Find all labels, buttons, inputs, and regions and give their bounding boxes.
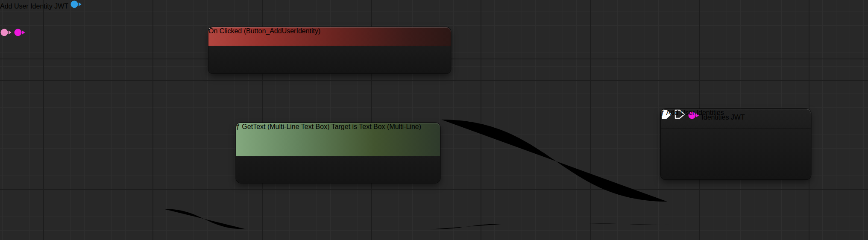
variable-get-label: Add User Identity JWT <box>0 3 68 10</box>
object-wire-variable-to-target <box>163 209 246 229</box>
node-variable-get-add-user-identity-jwt[interactable]: Add User Identity JWT <box>0 0 144 28</box>
exec-wire-onclicked-to-adduseridentities <box>441 120 667 202</box>
node-add-user-identities-header[interactable]: ƒ Add User Identities <box>661 109 811 129</box>
node-gettext-title: GetText (Multi-Line Text Box) <box>242 123 329 130</box>
variable-output-pin[interactable] <box>70 0 82 9</box>
text-wire-returnvalue-to-conversion <box>429 224 507 229</box>
node-on-clicked[interactable]: On Clicked (Button_AddUserIdentity) <box>208 27 451 73</box>
node-gettext[interactable]: ƒ GetText (Multi-Line Text Box) Target i… <box>236 123 440 183</box>
string-wire-conversion-to-identitiesjwt <box>589 223 670 225</box>
node-gettext-header[interactable]: ƒ GetText (Multi-Line Text Box) Target i… <box>236 123 440 156</box>
node-add-user-identities-title: Add User Identities <box>666 109 724 116</box>
function-f-icon: ƒ <box>661 109 665 116</box>
node-add-user-identities[interactable]: ƒ Add User Identities Identities JWT <box>661 109 811 179</box>
conversion-output-pin[interactable] <box>14 28 26 37</box>
conversion-input-pin[interactable] <box>0 28 12 37</box>
blueprint-graph-canvas[interactable]: On Clicked (Button_AddUserIdentity) Add … <box>0 0 868 240</box>
function-f-icon: ƒ <box>236 123 240 130</box>
node-on-clicked-title: On Clicked (Button_AddUserIdentity) <box>208 27 320 35</box>
node-on-clicked-header[interactable]: On Clicked (Button_AddUserIdentity) <box>208 27 451 46</box>
node-text-to-string-conversion[interactable] <box>0 28 106 58</box>
node-gettext-subtitle: Target is Text Box (Multi-Line) <box>331 123 421 130</box>
